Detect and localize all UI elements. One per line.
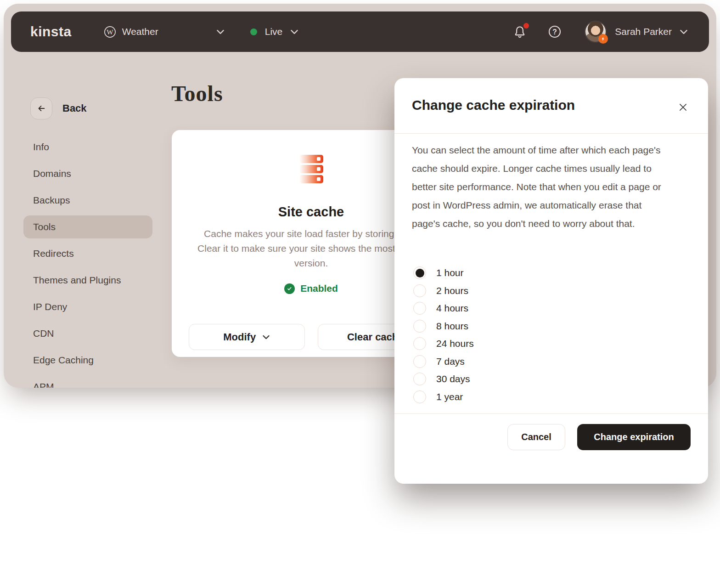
radio-option-7-days[interactable]: 7 days bbox=[413, 355, 474, 368]
chevron-down-icon bbox=[290, 29, 298, 34]
user-name[interactable]: Sarah Parker bbox=[615, 26, 672, 37]
arrow-left-icon bbox=[36, 103, 46, 113]
status-badge: Enabled bbox=[300, 283, 338, 294]
back-button[interactable] bbox=[30, 97, 52, 119]
radio-icon bbox=[413, 320, 426, 333]
radio-option-2-hours[interactable]: 2 hours bbox=[413, 284, 474, 297]
notifications-button[interactable] bbox=[513, 25, 527, 39]
navbar-actions: ? Sarah Parker bbox=[513, 22, 688, 42]
chevron-down-icon[interactable] bbox=[680, 29, 688, 34]
modal-footer: Cancel Change expiration bbox=[394, 413, 708, 450]
sidebar-nav: Info Domains Backups Tools Redirects The… bbox=[23, 134, 152, 388]
sidebar-item-cdn[interactable]: CDN bbox=[23, 320, 152, 347]
live-status-dot bbox=[250, 28, 257, 35]
page-title: Tools bbox=[171, 81, 223, 106]
sidebar-item-themes-plugins[interactable]: Themes and Plugins bbox=[23, 267, 152, 294]
notification-badge bbox=[523, 23, 529, 28]
radio-icon bbox=[413, 355, 426, 368]
cancel-button[interactable]: Cancel bbox=[507, 424, 565, 450]
site-switcher[interactable]: W Weather bbox=[104, 26, 158, 38]
close-button[interactable] bbox=[677, 101, 689, 113]
kinsta-logo: kinsta bbox=[30, 24, 72, 40]
modify-button[interactable]: Modify bbox=[189, 324, 305, 350]
sidebar-item-tools[interactable]: Tools bbox=[23, 214, 152, 240]
chevron-down-icon bbox=[262, 335, 270, 339]
environment-label: Live bbox=[265, 26, 283, 37]
sidebar-item-redirects[interactable]: Redirects bbox=[23, 240, 152, 267]
card-description: Cache makes your site load faster by sto… bbox=[194, 226, 429, 271]
svg-text:?: ? bbox=[552, 28, 557, 36]
radio-icon bbox=[413, 284, 426, 297]
help-button[interactable]: ? bbox=[548, 25, 562, 39]
modal-header-divider bbox=[394, 133, 708, 134]
sidebar-item-backups[interactable]: Backups bbox=[23, 187, 152, 214]
lightning-icon bbox=[601, 36, 606, 41]
radio-option-1-hour[interactable]: 1 hour bbox=[413, 266, 474, 279]
site-cache-icon bbox=[299, 155, 323, 183]
sidebar-item-edge-caching[interactable]: Edge Caching bbox=[23, 347, 152, 373]
site-name: Weather bbox=[122, 26, 158, 37]
sidebar-item-domains[interactable]: Domains bbox=[23, 160, 152, 187]
back-row: Back bbox=[30, 97, 87, 119]
help-icon: ? bbox=[548, 25, 562, 39]
modal-description: You can select the amount of time after … bbox=[412, 141, 664, 233]
radio-option-24-hours[interactable]: 24 hours bbox=[413, 337, 474, 350]
chevron-down-icon[interactable] bbox=[216, 29, 225, 34]
radio-icon bbox=[413, 373, 426, 385]
avatar[interactable] bbox=[585, 22, 606, 42]
sidebar-item-ip-deny[interactable]: IP Deny bbox=[23, 294, 152, 320]
radio-selected-icon bbox=[413, 266, 426, 279]
radio-icon bbox=[413, 337, 426, 350]
radio-option-8-hours[interactable]: 8 hours bbox=[413, 320, 474, 333]
sidebar-item-apm[interactable]: APM bbox=[23, 373, 152, 388]
modal-header: Change cache expiration bbox=[394, 78, 708, 133]
radio-option-30-days[interactable]: 30 days bbox=[413, 373, 474, 385]
sidebar-item-info[interactable]: Info bbox=[23, 134, 152, 160]
radio-icon bbox=[413, 390, 426, 403]
radio-icon bbox=[413, 302, 426, 315]
modal-title: Change cache expiration bbox=[412, 97, 575, 113]
avatar-lightning-badge bbox=[598, 34, 608, 44]
radio-option-4-hours[interactable]: 4 hours bbox=[413, 302, 474, 315]
svg-text:W: W bbox=[107, 28, 113, 35]
expiration-options: 1 hour 2 hours 4 hours 8 hours 24 hours … bbox=[413, 266, 474, 408]
check-circle-icon bbox=[284, 283, 295, 294]
environment-selector[interactable]: Live bbox=[250, 26, 299, 37]
change-cache-expiration-modal: Change cache expiration You can select t… bbox=[394, 78, 708, 484]
back-label: Back bbox=[62, 102, 87, 114]
wordpress-icon: W bbox=[104, 26, 116, 38]
change-expiration-button[interactable]: Change expiration bbox=[577, 424, 691, 450]
close-icon bbox=[679, 103, 687, 112]
top-navbar: kinsta W Weather Live bbox=[11, 11, 709, 52]
radio-option-1-year[interactable]: 1 year bbox=[413, 390, 474, 403]
